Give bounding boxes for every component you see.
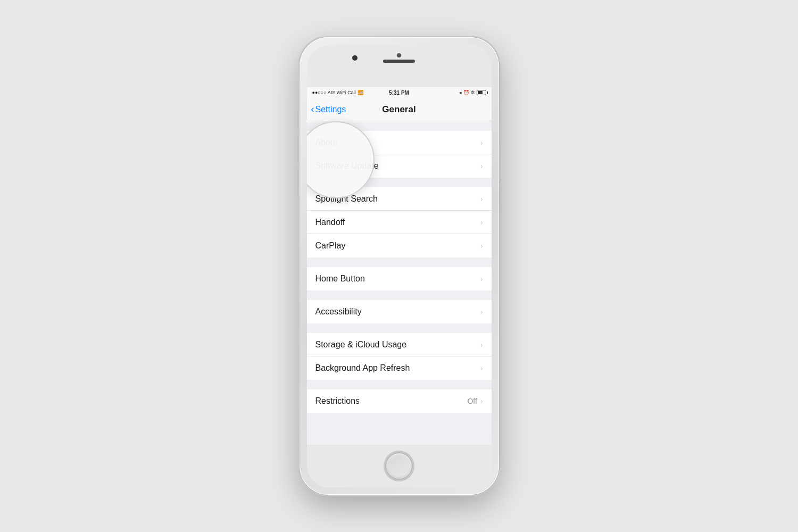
handoff-chevron-icon: › xyxy=(480,218,483,227)
volume-down-button[interactable] xyxy=(297,169,300,196)
handoff-right: › xyxy=(480,218,483,227)
section-restrictions: Restrictions Off › xyxy=(307,380,492,413)
home-button-area xyxy=(307,445,492,487)
carrier-text: ●●○○○ AIS WiFi Call xyxy=(312,90,356,95)
front-camera xyxy=(352,55,358,61)
page-title: General xyxy=(382,104,415,115)
software-update-row[interactable]: Software Update › xyxy=(307,154,492,178)
phone-frame: ●●○○○ AIS WiFi Call 📶 5:31 PM ◂ ⏰ ✲ ‹ xyxy=(300,37,499,495)
accessibility-right: › xyxy=(480,307,483,316)
about-label: About xyxy=(315,138,338,147)
bluetooth-icon: ✲ xyxy=(471,90,475,95)
software-update-right: › xyxy=(480,162,483,170)
about-row[interactable]: About › xyxy=(307,131,492,154)
home-button-label: Home Button xyxy=(315,274,365,284)
section-device: About › Software Update › xyxy=(307,121,492,178)
home-button-chevron-icon: › xyxy=(480,275,483,283)
settings-list: About › Software Update › xyxy=(307,121,492,445)
handoff-row[interactable]: Handoff › xyxy=(307,211,492,234)
phone-screen: ●●○○○ AIS WiFi Call 📶 5:31 PM ◂ ⏰ ✲ ‹ xyxy=(307,45,492,487)
section-storage: Storage & iCloud Usage › Background App … xyxy=(307,323,492,380)
battery-fill xyxy=(478,91,483,94)
section-spacer-bottom xyxy=(307,413,492,422)
earpiece-top xyxy=(397,53,401,57)
section-spacer-5 xyxy=(307,323,492,333)
carplay-right: › xyxy=(480,242,483,250)
about-chevron-icon: › xyxy=(480,138,483,147)
spotlight-search-label: Spotlight Search xyxy=(315,194,378,204)
mute-button[interactable] xyxy=(297,112,300,128)
accessibility-chevron-icon: › xyxy=(480,307,483,316)
home-button-right: › xyxy=(480,275,483,283)
restrictions-right: Off › xyxy=(467,397,483,405)
back-button[interactable]: ‹ Settings xyxy=(311,105,346,114)
storage-chevron-icon: › xyxy=(480,340,483,349)
spotlight-search-row[interactable]: Spotlight Search › xyxy=(307,187,492,211)
storage-icloud-row[interactable]: Storage & iCloud Usage › xyxy=(307,333,492,356)
back-chevron-icon: ‹ xyxy=(311,104,314,114)
carplay-label: CarPlay xyxy=(315,241,346,251)
location-icon: ◂ xyxy=(459,90,462,95)
restrictions-value: Off xyxy=(467,397,477,405)
status-right: ◂ ⏰ ✲ xyxy=(459,90,486,95)
restrictions-chevron-icon: › xyxy=(480,397,483,405)
back-label[interactable]: Settings xyxy=(315,105,346,114)
background-refresh-label: Background App Refresh xyxy=(315,363,410,373)
storage-icloud-label: Storage & iCloud Usage xyxy=(315,340,407,350)
screen-content: ●●○○○ AIS WiFi Call 📶 5:31 PM ◂ ⏰ ✲ ‹ xyxy=(307,87,492,445)
handoff-label: Handoff xyxy=(315,218,345,227)
alarm-icon: ⏰ xyxy=(463,90,469,95)
carplay-row[interactable]: CarPlay › xyxy=(307,234,492,257)
volume-up-button[interactable] xyxy=(297,136,300,162)
section-accessibility: Accessibility › xyxy=(307,290,492,323)
power-button[interactable] xyxy=(499,144,501,181)
background-chevron-icon: › xyxy=(480,364,483,372)
accessibility-row[interactable]: Accessibility › xyxy=(307,300,492,323)
restrictions-row[interactable]: Restrictions Off › xyxy=(307,389,492,413)
section-spacer-3 xyxy=(307,257,492,267)
carplay-chevron-icon: › xyxy=(480,242,483,250)
status-left: ●●○○○ AIS WiFi Call 📶 xyxy=(312,90,363,95)
section-home: Home Button › xyxy=(307,257,492,290)
storage-right: › xyxy=(480,340,483,349)
section-spacer-1 xyxy=(307,121,492,131)
earpiece-grille xyxy=(383,60,415,63)
status-time: 5:31 PM xyxy=(389,90,409,96)
spotlight-right: › xyxy=(480,195,483,203)
home-button[interactable] xyxy=(385,452,413,480)
restrictions-label: Restrictions xyxy=(315,396,360,406)
about-right: › xyxy=(480,138,483,147)
section-spacer-6 xyxy=(307,380,492,389)
phone-top-bar xyxy=(307,45,492,87)
section-spacer-2 xyxy=(307,178,492,187)
battery-icon xyxy=(477,90,486,95)
section-spacer-4 xyxy=(307,290,492,300)
spotlight-chevron-icon: › xyxy=(480,195,483,203)
home-button-row[interactable]: Home Button › xyxy=(307,267,492,290)
status-bar: ●●○○○ AIS WiFi Call 📶 5:31 PM ◂ ⏰ ✲ xyxy=(307,87,492,98)
software-update-chevron-icon: › xyxy=(480,162,483,170)
background-refresh-row[interactable]: Background App Refresh › xyxy=(307,356,492,380)
navigation-bar: ‹ Settings General xyxy=(307,98,492,121)
background-right: › xyxy=(480,364,483,372)
section-search: Spotlight Search › Handoff › CarPlay xyxy=(307,178,492,257)
software-update-label: Software Update xyxy=(315,161,379,171)
accessibility-label: Accessibility xyxy=(315,307,362,317)
wifi-icon: 📶 xyxy=(358,90,363,95)
